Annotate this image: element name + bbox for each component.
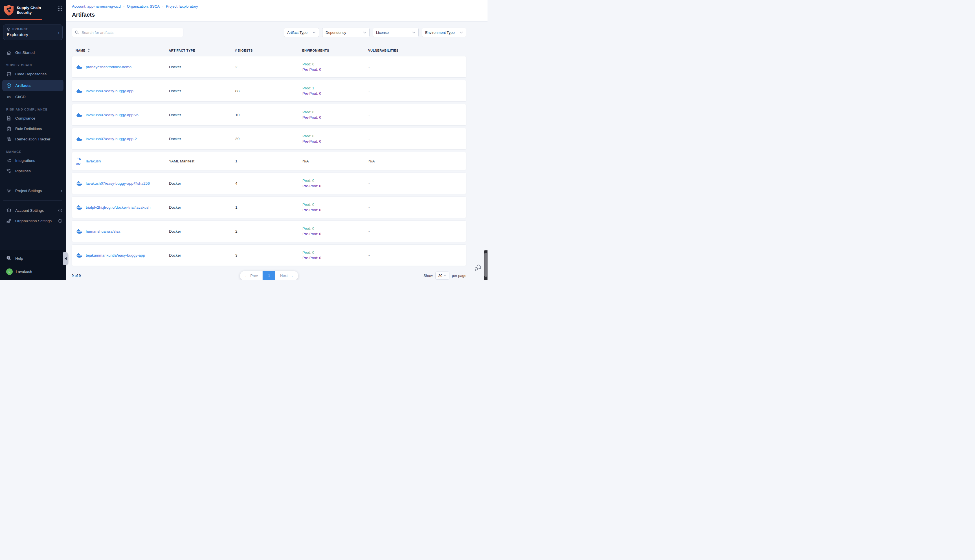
table-row[interactable]: pranaycshah/todolist-demo Docker 2 Prod:… — [72, 56, 466, 78]
preprod-link[interactable]: Pre-Prod: 0 — [302, 67, 369, 72]
filter-license[interactable]: License — [373, 28, 419, 37]
sidebar-item-label: Integrations — [15, 158, 35, 163]
artifact-type-cell: YAML Manifest — [169, 159, 235, 163]
artifact-link[interactable]: lavakush — [86, 159, 101, 163]
artifact-link[interactable]: humanshuarora/slsa — [86, 229, 120, 233]
pipelines-icon — [6, 168, 12, 174]
page-1-button[interactable]: 1 — [263, 271, 275, 280]
prod-link[interactable]: Prod: 0 — [302, 202, 369, 207]
sidebar-item-organization-settings[interactable]: Organization Settings — [0, 216, 66, 226]
docker-icon — [77, 181, 83, 186]
sidebar-item-project-settings[interactable]: Project Settings › — [0, 185, 66, 196]
prod-link[interactable]: Prod: 0 — [302, 109, 369, 115]
artifact-type-cell: Docker — [169, 137, 235, 141]
search-input[interactable] — [82, 30, 180, 35]
table-header: NAME ARTIFACT TYPE # DIGESTS ENVIRONMENT… — [72, 48, 466, 52]
sort-icon[interactable] — [87, 48, 90, 52]
table-row[interactable]: lavakush07/easy-buggy-app@sha256 Docker … — [72, 173, 466, 194]
user-menu[interactable]: L Lavakush — [6, 268, 62, 275]
filter-environment-type[interactable]: Environment Type — [422, 28, 466, 37]
prod-link[interactable]: Prod: 0 — [302, 250, 369, 255]
vulnerabilities-cell: - — [369, 65, 466, 69]
chevron-down-icon — [363, 32, 366, 33]
per-page-select[interactable]: 20 — [435, 272, 449, 280]
table-row[interactable]: lavakush07/easy-buggy-app-2 Docker 39 Pr… — [72, 128, 466, 150]
breadcrumb-organization[interactable]: Organization: SSCA — [127, 4, 160, 8]
artifact-link[interactable]: lavakush07/easy-buggy-app:v6 — [86, 113, 139, 117]
column-header-name[interactable]: NAME — [76, 49, 85, 52]
sidebar-item-code-repositories[interactable]: </> Code Repositories — [0, 69, 66, 79]
sidebar-item-get-started[interactable]: Get Started — [0, 47, 66, 58]
artifact-type-cell: Docker — [169, 253, 235, 257]
project-selector[interactable]: PROJECT Exploratory › — [3, 25, 63, 40]
info-circle-icon[interactable] — [58, 208, 62, 213]
artifact-link[interactable]: lavakush07/easy-buggy-app — [86, 89, 134, 93]
vertical-scrollbar[interactable] — [484, 250, 488, 280]
breadcrumb-project[interactable]: Project: Exploratory — [166, 4, 198, 8]
environments-cell: Prod: 0 Pre-Prod: 0 — [302, 250, 369, 260]
table-row[interactable]: lavakush07/easy-buggy-app:v6 Docker 10 P… — [72, 104, 466, 125]
sidebar-item-pipelines[interactable]: Pipelines — [0, 166, 66, 176]
prod-link[interactable]: Prod: 0 — [302, 133, 369, 139]
digests-cell: 1 — [235, 205, 302, 210]
chevron-right-icon: › — [61, 188, 63, 193]
info-circle-icon[interactable] — [58, 219, 62, 223]
artifact-link[interactable]: tejakummarikuntla/easy-buggy-app — [86, 253, 145, 257]
artifact-link[interactable]: lavakush07/easy-buggy-app-2 — [86, 137, 137, 141]
brand-accent-line — [0, 19, 42, 20]
chevron-down-icon — [460, 32, 463, 33]
artifact-link[interactable]: trialpfv2hi.jfrog.io/docker-trial/lavaku… — [86, 205, 151, 210]
artifact-link[interactable]: pranaycshah/todolist-demo — [86, 65, 132, 69]
scrollbar-thumb[interactable] — [484, 253, 487, 277]
preprod-link[interactable]: Pre-Prod: 0 — [302, 231, 369, 237]
sidebar-item-cicd[interactable]: ∞ CI/CD — [0, 92, 66, 102]
chevron-right-icon: › — [58, 30, 60, 35]
environments-na: N/A — [302, 159, 309, 163]
preprod-link[interactable]: Pre-Prod: 0 — [302, 115, 369, 120]
sidebar-item-compliance[interactable]: Compliance — [0, 113, 66, 123]
table-row[interactable]: YML lavakush YAML Manifest 1 N/A N/A — [72, 152, 466, 170]
result-count: 9 of 9 — [72, 273, 81, 278]
preprod-link[interactable]: Pre-Prod: 0 — [302, 255, 369, 260]
help-button[interactable]: ? Help — [6, 256, 62, 261]
user-name: Lavakush — [16, 270, 32, 274]
artifact-type-cell: Docker — [169, 89, 235, 93]
sidebar-item-account-settings[interactable]: Account Settings — [0, 205, 66, 216]
svg-text:</>: </> — [8, 73, 10, 75]
sidebar-collapse-handle[interactable] — [63, 252, 68, 265]
prev-button[interactable]: ← Prev — [240, 271, 263, 280]
sidebar-item-remediation-tracker[interactable]: Remediation Tracker — [0, 134, 66, 144]
preprod-link[interactable]: Pre-Prod: 0 — [302, 91, 369, 96]
sidebar-item-artifacts[interactable]: Artifacts — [2, 80, 63, 91]
sidebar-item-rule-definitions[interactable]: Rule Definitions — [0, 123, 66, 134]
filter-artifact-type[interactable]: Artifact Type — [284, 28, 319, 37]
app-switcher-grid-icon[interactable] — [58, 6, 62, 11]
vulnerabilities-cell: - — [369, 137, 466, 141]
support-chat-icon[interactable] — [474, 265, 482, 271]
sidebar-item-label: Remediation Tracker — [15, 137, 50, 141]
table-row[interactable]: lavakush07/easy-buggy-app Docker 88 Prod… — [72, 80, 466, 102]
next-button[interactable]: Next → — [275, 271, 298, 280]
prod-link[interactable]: Prod: 0 — [302, 62, 369, 67]
prod-link[interactable]: Prod: 1 — [302, 85, 369, 91]
home-icon — [6, 50, 12, 55]
breadcrumb: Account: app-harness-ng-cicd › Organizat… — [72, 4, 481, 8]
artifact-link[interactable]: lavakush07/easy-buggy-app@sha256 — [86, 181, 150, 185]
prod-link[interactable]: Prod: 0 — [302, 178, 369, 183]
org-chart-icon — [6, 218, 12, 223]
docker-icon — [77, 137, 83, 141]
chevron-right-icon: › — [162, 5, 164, 8]
clipboard-check-icon — [6, 126, 12, 132]
breadcrumb-account[interactable]: Account: app-harness-ng-cicd — [72, 4, 121, 8]
vulnerabilities-cell: - — [369, 89, 466, 93]
table-row[interactable]: trialpfv2hi.jfrog.io/docker-trial/lavaku… — [72, 197, 466, 218]
gear-icon — [6, 188, 12, 193]
preprod-link[interactable]: Pre-Prod: 0 — [302, 207, 369, 213]
prod-link[interactable]: Prod: 0 — [302, 226, 369, 231]
preprod-link[interactable]: Pre-Prod: 0 — [302, 139, 369, 144]
preprod-link[interactable]: Pre-Prod: 0 — [302, 183, 369, 188]
filter-dependency[interactable]: Dependency — [322, 28, 370, 37]
sidebar-item-integrations[interactable]: Integrations — [0, 155, 66, 166]
table-row[interactable]: tejakummarikuntla/easy-buggy-app Docker … — [72, 245, 466, 266]
table-row[interactable]: humanshuarora/slsa Docker 2 Prod: 0 Pre-… — [72, 220, 466, 242]
